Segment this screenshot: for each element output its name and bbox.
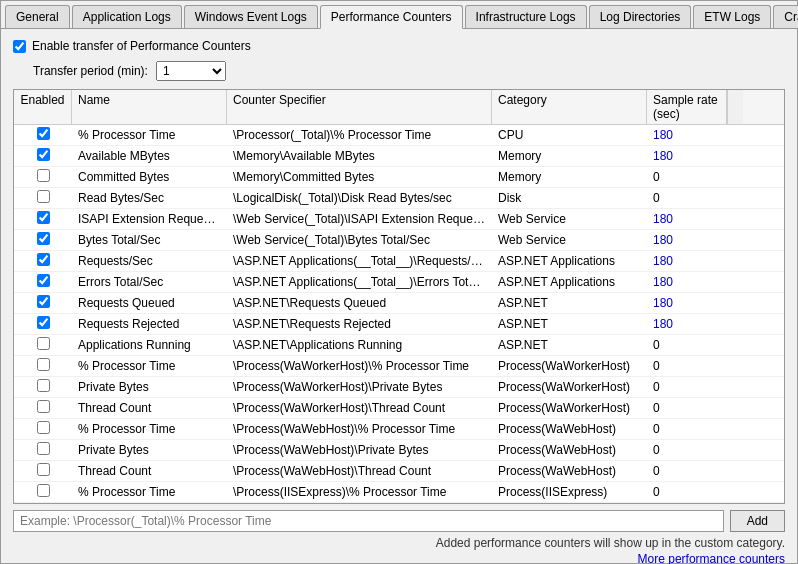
row-enabled-cell (14, 230, 72, 250)
add-button[interactable]: Add (730, 510, 785, 532)
tab-log-directories[interactable]: Log Directories (589, 5, 692, 28)
row-checkbox[interactable] (37, 148, 50, 161)
row-name: Requests Rejected (72, 315, 227, 333)
dialog: GeneralApplication LogsWindows Event Log… (0, 0, 798, 564)
row-specifier: \Process(IISExpress)\% Processor Time (227, 483, 492, 501)
table-row: % Processor Time\Process(IISExpress)\% P… (14, 482, 784, 503)
row-enabled-cell (14, 272, 72, 292)
row-enabled-cell (14, 251, 72, 271)
row-name: Private Bytes (72, 441, 227, 459)
col-header-name: Name (72, 90, 227, 124)
row-rate: 180 (647, 210, 727, 228)
row-rate: 180 (647, 126, 727, 144)
row-enabled-cell (14, 356, 72, 376)
row-enabled-cell (14, 461, 72, 481)
row-name: % Processor Time (72, 420, 227, 438)
tab-general[interactable]: General (5, 5, 70, 28)
row-name: Requests Queued (72, 294, 227, 312)
tab-etw-logs[interactable]: ETW Logs (693, 5, 771, 28)
row-checkbox[interactable] (37, 400, 50, 413)
more-link[interactable]: More performance counters (13, 552, 785, 564)
table-row: ISAPI Extension Requests/...\Web Service… (14, 209, 784, 230)
row-specifier: \LogicalDisk(_Total)\Disk Read Bytes/sec (227, 189, 492, 207)
row-name: % Processor Time (72, 126, 227, 144)
table-row: Private Bytes\Process(WaWebHost)\Private… (14, 440, 784, 461)
row-specifier: \ASP.NET\Requests Rejected (227, 315, 492, 333)
transfer-period-select[interactable]: 1 5 10 (156, 61, 226, 81)
row-rate: 0 (647, 168, 727, 186)
row-checkbox[interactable] (37, 421, 50, 434)
row-category: ASP.NET (492, 336, 647, 354)
row-enabled-cell (14, 167, 72, 187)
row-checkbox[interactable] (37, 295, 50, 308)
tab-infrastructure-logs[interactable]: Infrastructure Logs (465, 5, 587, 28)
row-rate: 0 (647, 441, 727, 459)
row-rate: 0 (647, 483, 727, 501)
tab-crash-dumps[interactable]: Crash Dumps (773, 5, 798, 28)
row-name: % Processor Time (72, 357, 227, 375)
add-counter-input[interactable] (13, 510, 724, 532)
row-category: Process(WaWorkerHost) (492, 357, 647, 375)
row-rate: 0 (647, 420, 727, 438)
row-name: Requests/Sec (72, 252, 227, 270)
row-checkbox[interactable] (37, 316, 50, 329)
row-rate: 0 (647, 378, 727, 396)
row-checkbox[interactable] (37, 379, 50, 392)
tab-windows-event-logs[interactable]: Windows Event Logs (184, 5, 318, 28)
row-name: Errors Total/Sec (72, 273, 227, 291)
row-checkbox[interactable] (37, 274, 50, 287)
row-enabled-cell (14, 188, 72, 208)
counters-table: Enabled Name Counter Specifier Category … (13, 89, 785, 504)
row-checkbox[interactable] (37, 253, 50, 266)
transfer-period-row: Transfer period (min): 1 5 10 (33, 61, 785, 81)
col-header-enabled: Enabled (14, 90, 72, 124)
row-rate: 180 (647, 315, 727, 333)
col-header-rate: Sample rate (sec) (647, 90, 727, 124)
table-row: Thread Count\Process(WaWebHost)\Thread C… (14, 461, 784, 482)
row-specifier: \ASP.NET Applications(__Total__)\Request… (227, 252, 492, 270)
row-checkbox[interactable] (37, 337, 50, 350)
row-checkbox[interactable] (37, 169, 50, 182)
row-checkbox[interactable] (37, 484, 50, 497)
row-specifier: \Web Service(_Total)\Bytes Total/Sec (227, 231, 492, 249)
row-category: Process(WaWebHost) (492, 441, 647, 459)
row-name: Bytes Total/Sec (72, 231, 227, 249)
row-rate: 0 (647, 462, 727, 480)
row-name: Available MBytes (72, 147, 227, 165)
row-name: % Processor Time (72, 483, 227, 501)
transfer-period-label: Transfer period (min): (33, 64, 148, 78)
row-enabled-cell (14, 419, 72, 439)
row-name: Thread Count (72, 462, 227, 480)
row-rate: 0 (647, 399, 727, 417)
row-specifier: \Process(WaWebHost)\Thread Count (227, 462, 492, 480)
row-enabled-cell (14, 482, 72, 502)
row-checkbox[interactable] (37, 211, 50, 224)
row-rate: 180 (647, 252, 727, 270)
row-category: Disk (492, 189, 647, 207)
table-header: Enabled Name Counter Specifier Category … (14, 90, 784, 125)
tab-application-logs[interactable]: Application Logs (72, 5, 182, 28)
row-checkbox[interactable] (37, 463, 50, 476)
row-checkbox[interactable] (37, 127, 50, 140)
row-category: ASP.NET (492, 294, 647, 312)
row-specifier: \Process(WaWebHost)\% Processor Time (227, 420, 492, 438)
row-checkbox[interactable] (37, 442, 50, 455)
row-name: Read Bytes/Sec (72, 189, 227, 207)
row-specifier: \Process(WaWorkerHost)\% Processor Time (227, 357, 492, 375)
row-rate: 180 (647, 273, 727, 291)
row-category: Memory (492, 147, 647, 165)
row-checkbox[interactable] (37, 358, 50, 371)
row-enabled-cell (14, 440, 72, 460)
row-checkbox[interactable] (37, 232, 50, 245)
row-checkbox[interactable] (37, 190, 50, 203)
table-row: Read Bytes/Sec\LogicalDisk(_Total)\Disk … (14, 188, 784, 209)
add-row: Add (13, 510, 785, 532)
enable-checkbox[interactable] (13, 40, 26, 53)
table-row: % Processor Time\Processor(_Total)\% Pro… (14, 125, 784, 146)
row-specifier: \ASP.NET Applications(__Total__)\Errors … (227, 273, 492, 291)
tab-performance-counters[interactable]: Performance Counters (320, 5, 463, 29)
row-category: Process(WaWorkerHost) (492, 378, 647, 396)
row-name: Private Bytes (72, 378, 227, 396)
table-row: Private Bytes\Process(WaWorkerHost)\Priv… (14, 377, 784, 398)
row-enabled-cell (14, 335, 72, 355)
